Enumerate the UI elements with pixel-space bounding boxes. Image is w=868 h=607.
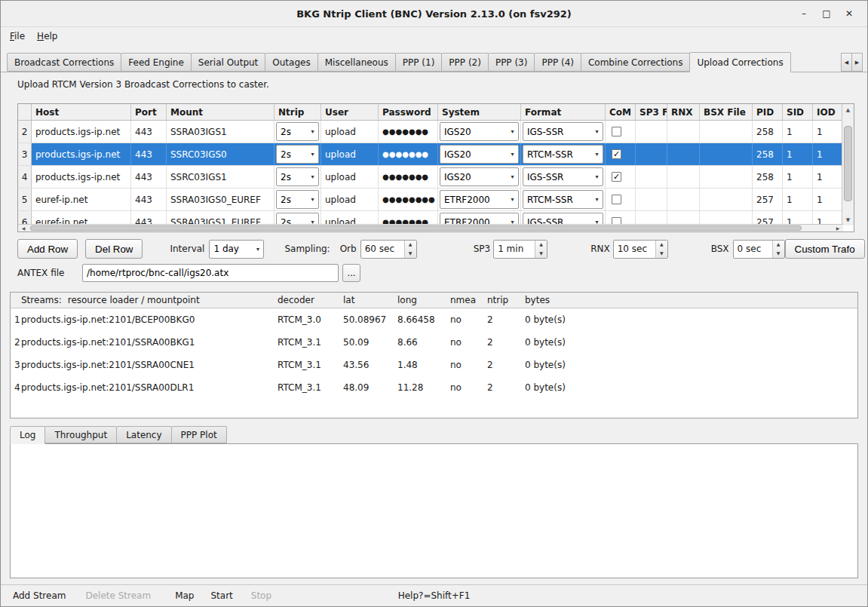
- scroll-left-icon[interactable]: ◀: [18, 225, 29, 231]
- horizontal-scrollbar-track[interactable]: [29, 225, 833, 231]
- rnx-cell[interactable]: [667, 166, 700, 188]
- sp3-file-cell[interactable]: [636, 166, 667, 188]
- scroll-up-icon[interactable]: ▲: [842, 104, 854, 115]
- orb-sampling-spinbox[interactable]: 60 sec ▲ ▼: [360, 240, 417, 259]
- row-header[interactable]: 4: [18, 166, 32, 188]
- ntrip-version-select[interactable]: 2s ▾: [276, 122, 319, 141]
- mount-cell[interactable]: SSRA03IGS0_EUREF: [167, 189, 275, 210]
- tab-throughput[interactable]: Throughput: [44, 426, 117, 443]
- start-button[interactable]: Start: [206, 590, 237, 601]
- add-stream-button[interactable]: Add Stream: [8, 590, 70, 601]
- stream-row[interactable]: 2 products.igs-ip.net:2101/SSRA00BKG1 RT…: [11, 331, 857, 354]
- spin-up-icon[interactable]: ▲: [656, 241, 667, 250]
- spin-up-icon[interactable]: ▲: [535, 241, 547, 250]
- com-checkbox[interactable]: ✓: [612, 149, 621, 159]
- sp3-sampling-spinbox[interactable]: 1 min ▲ ▼: [493, 240, 547, 259]
- host-cell[interactable]: products.igs-ip.net: [32, 143, 131, 165]
- stream-row[interactable]: 3 products.igs-ip.net:2101/SSRA00CNE1 RT…: [11, 354, 857, 376]
- add-row-button[interactable]: Add Row: [17, 239, 78, 259]
- bsx-file-cell[interactable]: [700, 121, 753, 143]
- mount-cell[interactable]: SSRA03IGS1: [167, 121, 275, 143]
- port-cell[interactable]: 443: [131, 189, 167, 210]
- maximize-icon[interactable]: □: [819, 6, 834, 21]
- format-select[interactable]: RTCM-SSR ▾: [523, 190, 603, 209]
- bsx-file-cell[interactable]: [700, 189, 753, 210]
- host-cell[interactable]: products.igs-ip.net: [32, 121, 131, 143]
- rnx-cell[interactable]: [667, 189, 700, 210]
- pid-cell[interactable]: 257: [753, 189, 783, 210]
- host-cell[interactable]: products.igs-ip.net: [32, 166, 131, 188]
- interval-select[interactable]: 1 day ▾: [209, 240, 264, 259]
- vertical-scrollbar-track[interactable]: [842, 115, 854, 214]
- user-cell[interactable]: upload: [321, 121, 379, 143]
- spinner-arrows[interactable]: ▲ ▼: [535, 241, 547, 258]
- horizontal-scrollbar-thumb[interactable]: [30, 225, 802, 231]
- scroll-right-icon[interactable]: ▶: [833, 225, 843, 231]
- tab-combine-corrections[interactable]: Combine Corrections: [581, 53, 691, 72]
- rnx-cell[interactable]: [667, 121, 700, 143]
- scroll-down-icon[interactable]: ▼: [842, 214, 854, 225]
- rnx-sampling-spinbox[interactable]: 10 sec ▲ ▼: [613, 240, 668, 259]
- password-cell[interactable]: ●●●●●●●: [379, 166, 438, 188]
- tab-scroll-left-icon[interactable]: ◀: [841, 53, 852, 72]
- port-cell[interactable]: 443: [131, 143, 167, 165]
- sp3-file-cell[interactable]: [636, 189, 667, 210]
- system-select[interactable]: IGS20 ▾: [440, 145, 519, 164]
- iod-cell[interactable]: 1: [813, 143, 843, 165]
- com-checkbox[interactable]: ✓: [612, 172, 621, 182]
- sid-cell[interactable]: 1: [783, 189, 813, 210]
- menu-help[interactable]: Help: [31, 29, 63, 43]
- close-icon[interactable]: ✕: [842, 6, 857, 21]
- ntrip-version-select[interactable]: 2s ▾: [276, 190, 319, 209]
- horizontal-scrollbar[interactable]: ◀ ▶: [18, 224, 843, 231]
- spin-down-icon[interactable]: ▼: [656, 249, 667, 258]
- vertical-scrollbar-thumb[interactable]: [844, 126, 852, 201]
- tab-latency[interactable]: Latency: [116, 426, 171, 443]
- tab-serial-output[interactable]: Serial Output: [191, 53, 265, 72]
- format-select[interactable]: IGS-SSR ▾: [523, 122, 603, 141]
- system-select[interactable]: ETRF2000 ▾: [440, 190, 519, 209]
- host-cell[interactable]: euref-ip.net: [32, 189, 131, 210]
- password-cell[interactable]: ●●●●●●●: [379, 121, 438, 143]
- tab-miscellaneous[interactable]: Miscellaneous: [317, 53, 396, 72]
- bsx-sampling-spinbox[interactable]: 0 sec ▲ ▼: [733, 240, 785, 259]
- stop-button[interactable]: Stop: [247, 590, 276, 601]
- ntrip-version-select[interactable]: 2s ▾: [276, 167, 319, 186]
- antex-file-input[interactable]: [82, 264, 339, 282]
- bsx-file-cell[interactable]: [700, 166, 753, 188]
- sid-cell[interactable]: 1: [783, 166, 813, 188]
- iod-cell[interactable]: 1: [813, 121, 843, 143]
- format-select[interactable]: IGS-SSR ▾: [523, 167, 603, 186]
- com-checkbox[interactable]: [612, 195, 621, 204]
- row-header[interactable]: 3: [18, 143, 32, 165]
- row-header[interactable]: 5: [18, 189, 32, 210]
- rnx-cell[interactable]: [667, 143, 700, 165]
- map-button[interactable]: Map: [170, 590, 198, 601]
- spin-down-icon[interactable]: ▼: [535, 249, 547, 258]
- menu-file[interactable]: File: [4, 29, 31, 43]
- sp3-file-cell[interactable]: [636, 143, 667, 165]
- spin-down-icon[interactable]: ▼: [405, 249, 416, 258]
- spin-up-icon[interactable]: ▲: [773, 241, 784, 250]
- system-select[interactable]: IGS20 ▾: [440, 122, 519, 141]
- iod-cell[interactable]: 1: [813, 189, 843, 210]
- pid-cell[interactable]: 258: [753, 121, 783, 143]
- tab-ppp-plot[interactable]: PPP Plot: [171, 426, 227, 443]
- tab-ppp-2[interactable]: PPP (2): [441, 53, 489, 72]
- password-cell[interactable]: ●●●●●●●: [379, 143, 438, 165]
- delete-stream-button[interactable]: Delete Stream: [81, 590, 155, 601]
- tab-ppp-4[interactable]: PPP (4): [534, 53, 581, 72]
- user-cell[interactable]: upload: [321, 189, 379, 210]
- tab-scroll-right-icon[interactable]: ▶: [851, 53, 863, 72]
- spin-down-icon[interactable]: ▼: [773, 249, 784, 258]
- antex-browse-button[interactable]: ...: [342, 264, 360, 282]
- stream-row[interactable]: 4 products.igs-ip.net:2101/SSRA00DLR1 RT…: [11, 376, 857, 399]
- user-cell[interactable]: upload: [321, 166, 379, 188]
- custom-trafo-button[interactable]: Custom Trafo: [785, 239, 865, 259]
- ntrip-version-select[interactable]: 2s ▾: [276, 145, 319, 164]
- del-row-button[interactable]: Del Row: [85, 239, 143, 259]
- com-checkbox[interactable]: [612, 127, 621, 136]
- row-header[interactable]: 2: [18, 121, 32, 143]
- system-select[interactable]: IGS20 ▾: [440, 167, 519, 186]
- tab-log[interactable]: Log: [10, 426, 45, 444]
